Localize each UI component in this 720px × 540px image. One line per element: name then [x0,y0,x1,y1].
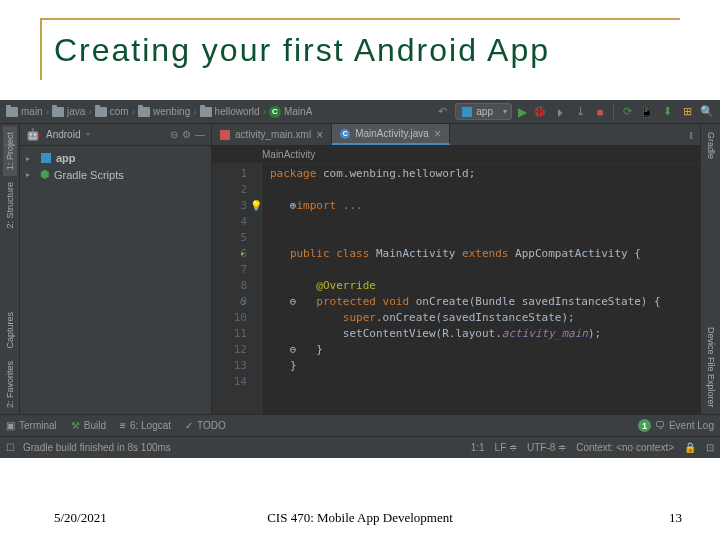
editor-area: activity_main.xml × C MainActivity.java … [212,124,700,414]
terminal-tab[interactable]: ▣Terminal [6,420,57,431]
debug-button[interactable]: 🐞 [533,105,547,119]
right-tool-strip: Gradle Device File Explorer [700,124,720,414]
favorites-tool-tab[interactable]: 2: Favorites [3,355,17,414]
status-message: Gradle build finished in 8s 100ms [23,442,171,453]
toolbar: main › java › com › wenbing › helloworld… [0,100,720,124]
notification-badge[interactable]: 1 [638,419,651,432]
footer-page: 13 [669,510,682,526]
footer-date: 5/20/2021 [54,510,107,526]
run-config-dropdown[interactable]: app [455,103,512,120]
folder-icon [200,107,212,117]
status-bar: ☐ Gradle build finished in 8s 100ms 1:1 … [0,436,720,458]
search-button[interactable]: 🔍 [700,105,714,119]
footer-course: CIS 470: Mobile App Development [267,510,453,526]
editor-tabs: activity_main.xml × C MainActivity.java … [212,124,700,146]
attach-debugger-button[interactable]: ⤓ [573,105,587,119]
todo-icon: ✓ [185,420,193,431]
sync-gradle-button[interactable]: ⟳ [620,105,634,119]
folder-icon [95,107,107,117]
override-gutter-icon[interactable]: ○ [240,294,245,310]
folder-icon [52,107,64,117]
status-icon[interactable]: ☐ [6,442,15,453]
folder-icon [138,107,150,117]
app-icon [462,107,472,117]
java-class-icon: C [340,129,350,139]
android-icon: 🤖 [26,128,40,141]
module-icon [40,152,52,164]
sdk-manager-button[interactable]: ⬇ [660,105,674,119]
xml-icon [220,130,230,140]
structure-tool-tab[interactable]: 2: Structure [3,176,17,235]
project-tool-tab[interactable]: 1: Project [3,126,17,176]
class-icon: C [269,106,281,118]
gradle-icon: ⬢ [40,168,50,181]
lock-icon[interactable]: 🔒 [684,442,696,453]
android-studio-ide: main › java › com › wenbing › helloworld… [0,100,720,458]
build-tab[interactable]: ⚒Build [71,420,106,431]
memory-indicator[interactable]: ⊡ [706,442,714,453]
lightbulb-icon[interactable]: 💡 [250,198,262,214]
structure-button[interactable]: ⊞ [680,105,694,119]
todo-tab[interactable]: ✓TODO [185,420,226,431]
gear-icon[interactable]: ⚙ [182,129,191,140]
caret-position[interactable]: 1:1 [471,442,485,453]
package-bar[interactable]: MainActivity [212,146,700,164]
code-editor[interactable]: package com.wenbing.helloworld; 💡 ⊕impor… [262,164,669,414]
run-gutter-icon[interactable]: ▸ [240,246,245,262]
logcat-tab[interactable]: ≡6: Logcat [120,420,171,431]
build-icon: ⚒ [71,420,80,431]
tab-activity-main-xml[interactable]: activity_main.xml × [212,124,332,145]
tree-item-gradle[interactable]: ▸ ⬢ Gradle Scripts [20,166,211,183]
split-vertical-icon[interactable]: ⫿ [683,124,700,145]
device-explorer-tool-tab[interactable]: Device File Explorer [704,321,718,414]
terminal-icon: ▣ [6,420,15,431]
left-tool-strip: 1: Project 2: Structure Captures 2: Favo… [0,124,20,414]
captures-tool-tab[interactable]: Captures [3,306,17,355]
folder-icon [6,107,18,117]
panel-title[interactable]: Android [46,129,80,140]
eventlog-tab[interactable]: 🗨Event Log [655,420,714,431]
encoding[interactable]: UTF-8 ≑ [527,442,566,453]
close-icon[interactable]: × [316,128,323,142]
breadcrumb[interactable]: main › java › com › wenbing › helloworld… [6,106,312,118]
close-icon[interactable]: × [434,127,441,141]
gradle-tool-tab[interactable]: Gradle [704,126,718,165]
stop-button[interactable]: ■ [593,105,607,119]
context[interactable]: Context: <no context> [576,442,674,453]
collapse-icon[interactable]: ⊖ [170,129,178,140]
line-ending[interactable]: LF ≑ [495,442,517,453]
slide-footer: 5/20/2021 CIS 470: Mobile App Developmen… [0,510,720,526]
eventlog-icon: 🗨 [655,420,665,431]
bottom-tool-tabs: ▣Terminal ⚒Build ≡6: Logcat ✓TODO 1 🗨Eve… [0,414,720,436]
slide-title: Creating your first Android App [0,0,720,81]
run-button[interactable]: ▶ [518,105,527,119]
profile-button[interactable]: ⏵ [553,105,567,119]
logcat-icon: ≡ [120,420,126,431]
tab-mainactivity-java[interactable]: C MainActivity.java × [332,124,450,145]
hide-icon[interactable]: — [195,129,205,140]
project-panel: 🤖 Android ▾ ⊖ ⚙ — ▸ app ▸ ⬢ Gradl [20,124,212,414]
back-icon[interactable]: ↶ [435,105,449,119]
avd-manager-button[interactable]: 📱 [640,105,654,119]
tree-item-app[interactable]: ▸ app [20,150,211,166]
